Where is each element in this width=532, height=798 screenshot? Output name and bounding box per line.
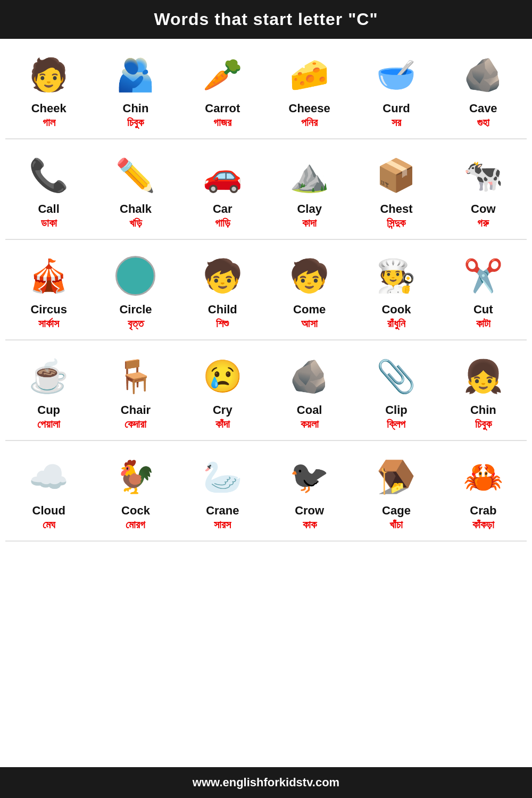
word-icon-0-4: 🥣 bbox=[370, 51, 423, 98]
word-item-3-3: 🪨Coalকয়লা bbox=[266, 346, 353, 435]
word-icon-3-2: 😢 bbox=[196, 352, 249, 400]
word-icon-1-0: 📞 bbox=[22, 151, 76, 199]
word-item-2-5: ✂️Cutকাটা bbox=[440, 245, 527, 334]
word-item-0-5: 🪨Caveগুহা bbox=[440, 44, 527, 133]
row-2: 🎪Circusসার্কাসCircleবৃত্ত🧒Childশিশু🧒Come… bbox=[5, 240, 527, 340]
word-bn-3-4: ক্লিপ bbox=[387, 418, 405, 430]
word-bn-0-3: পনির bbox=[301, 117, 318, 129]
word-en-3-5: Chin bbox=[470, 403, 496, 417]
word-item-2-1: Circleবৃত্ত bbox=[92, 245, 179, 334]
word-bn-3-2: কাঁদা bbox=[215, 418, 230, 430]
word-bn-4-1: মোরগ bbox=[126, 519, 145, 531]
word-bn-3-0: পেয়ালা bbox=[37, 418, 60, 430]
word-item-3-2: 😢Cryকাঁদা bbox=[179, 346, 266, 435]
word-en-1-4: Chest bbox=[380, 202, 412, 216]
word-en-3-2: Cry bbox=[213, 403, 232, 417]
word-bn-1-2: গাড়ি bbox=[215, 217, 230, 229]
row-0: 🧑Cheekগাল🫂Chinচিবুক🥕Carrotগাজর🧀Cheeseপনি… bbox=[5, 39, 527, 139]
word-en-2-3: Come bbox=[293, 303, 326, 317]
word-icon-1-3: ⛰️ bbox=[283, 151, 336, 199]
word-item-3-4: 📎Clipক্লিপ bbox=[353, 346, 439, 435]
word-icon-0-1: 🫂 bbox=[109, 51, 162, 98]
word-item-3-5: 👧Chinচিবুক bbox=[440, 346, 527, 435]
word-icon-2-5: ✂️ bbox=[456, 252, 510, 300]
word-en-2-2: Child bbox=[208, 303, 237, 317]
word-bn-2-1: বৃত্ত bbox=[128, 318, 144, 330]
word-icon-1-2: 🚗 bbox=[196, 151, 249, 199]
word-icon-4-1: 🐓 bbox=[109, 453, 162, 501]
word-bn-4-4: খাঁচা bbox=[389, 519, 403, 531]
word-en-3-0: Cup bbox=[37, 403, 60, 417]
word-bn-2-4: রাঁধুনি bbox=[387, 318, 405, 330]
word-item-2-3: 🧒Comeআসা bbox=[266, 245, 353, 334]
word-icon-2-2: 🧒 bbox=[196, 252, 249, 300]
word-bn-2-3: আসা bbox=[301, 318, 318, 330]
word-en-4-1: Cock bbox=[121, 504, 150, 518]
word-en-4-2: Crane bbox=[206, 504, 239, 518]
word-bn-0-1: চিবুক bbox=[127, 117, 144, 129]
word-item-0-2: 🥕Carrotগাজর bbox=[179, 44, 266, 133]
word-icon-3-3: 🪨 bbox=[283, 352, 336, 400]
word-en-0-5: Cave bbox=[469, 102, 497, 115]
word-en-1-5: Cow bbox=[471, 202, 495, 216]
word-bn-3-3: কয়লা bbox=[301, 418, 319, 430]
word-item-1-3: ⛰️Clayকাদা bbox=[266, 145, 353, 234]
word-en-0-1: Chin bbox=[123, 102, 149, 115]
word-icon-1-4: 📦 bbox=[370, 151, 423, 199]
word-icon-2-1 bbox=[109, 252, 162, 300]
word-item-2-4: 🧑‍🍳Cookরাঁধুনি bbox=[353, 245, 439, 334]
word-icon-3-1: 🪑 bbox=[109, 352, 162, 400]
word-icon-2-0: 🎪 bbox=[22, 252, 76, 300]
word-icon-1-1: ✏️ bbox=[109, 151, 162, 199]
word-item-0-0: 🧑Cheekগাল bbox=[5, 44, 92, 133]
word-item-2-2: 🧒Childশিশু bbox=[179, 245, 266, 334]
word-en-2-1: Circle bbox=[119, 303, 152, 317]
page-title: Words that start letter "C" bbox=[0, 0, 532, 39]
word-en-1-3: Clay bbox=[297, 202, 321, 216]
word-item-4-2: 🦢Craneসারস bbox=[179, 446, 266, 535]
word-icon-4-3: 🐦‍⬛ bbox=[283, 453, 336, 501]
word-bn-2-0: সার্কাস bbox=[38, 318, 59, 330]
word-icon-4-2: 🦢 bbox=[196, 453, 249, 501]
word-item-0-1: 🫂Chinচিবুক bbox=[92, 44, 179, 133]
word-en-0-2: Carrot bbox=[205, 102, 240, 115]
word-item-3-0: ☕Cupপেয়ালা bbox=[5, 346, 92, 435]
word-item-1-2: 🚗Carগাড়ি bbox=[179, 145, 266, 234]
row-1: 📞Callডাকা✏️Chalkখড়ি🚗Carগাড়ি⛰️Clayকাদা📦… bbox=[5, 139, 527, 240]
word-item-0-3: 🧀Cheeseপনির bbox=[266, 44, 353, 133]
word-bn-0-0: গাল bbox=[43, 117, 55, 129]
word-icon-4-5: 🦀 bbox=[456, 453, 510, 501]
word-en-0-0: Cheek bbox=[31, 102, 66, 115]
word-icon-0-3: 🧀 bbox=[283, 51, 336, 98]
word-en-1-0: Call bbox=[38, 202, 59, 216]
word-bn-1-0: ডাকা bbox=[41, 217, 57, 229]
word-en-3-3: Coal bbox=[297, 403, 322, 417]
word-en-3-1: Chair bbox=[121, 403, 151, 417]
word-icon-3-0: ☕ bbox=[22, 352, 76, 400]
word-icon-0-5: 🪨 bbox=[456, 51, 510, 98]
word-en-4-5: Crab bbox=[470, 504, 496, 518]
word-en-0-4: Curd bbox=[383, 102, 410, 115]
word-icon-0-2: 🥕 bbox=[196, 51, 249, 98]
word-en-4-4: Cage bbox=[382, 504, 411, 518]
row-3: ☕Cupপেয়ালা🪑Chairকেদারা😢Cryকাঁদা🪨Coalকয়… bbox=[5, 340, 527, 441]
word-icon-2-3: 🧒 bbox=[283, 252, 336, 300]
word-item-3-1: 🪑Chairকেদারা bbox=[92, 346, 179, 435]
word-en-3-4: Clip bbox=[385, 403, 408, 417]
word-en-1-2: Car bbox=[213, 202, 232, 216]
word-icon-3-4: 📎 bbox=[370, 352, 423, 400]
word-bn-1-4: সিন্দুক bbox=[387, 217, 405, 229]
word-bn-3-1: কেদারা bbox=[124, 418, 146, 430]
word-bn-0-2: গাজর bbox=[213, 117, 231, 129]
word-bn-3-5: চিবুক bbox=[475, 418, 492, 430]
word-en-1-1: Chalk bbox=[120, 202, 152, 216]
word-bn-1-3: কাদা bbox=[302, 217, 317, 229]
word-bn-4-0: মেঘ bbox=[43, 519, 55, 531]
word-bn-4-3: কাক bbox=[303, 519, 317, 531]
word-icon-2-4: 🧑‍🍳 bbox=[370, 252, 423, 300]
word-item-1-0: 📞Callডাকা bbox=[5, 145, 92, 234]
word-bn-4-2: সারস bbox=[214, 519, 231, 531]
word-icon-4-0: ☁️ bbox=[22, 453, 76, 501]
word-en-2-5: Cut bbox=[473, 303, 493, 317]
word-bn-1-5: গরু bbox=[477, 217, 489, 229]
